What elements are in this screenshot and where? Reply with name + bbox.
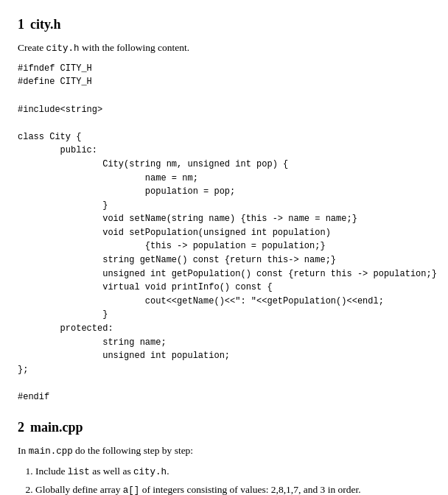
- section-1-description: Create city.h with the following content…: [18, 41, 430, 56]
- step-item-1: Include list as well as city.h.: [35, 464, 430, 480]
- section-1-code: #ifndef CITY_H #define CITY_H #include<s…: [18, 62, 430, 404]
- section-2-desc-code: main.cpp: [29, 446, 73, 457]
- section-2-heading: 2 main.cpp: [18, 418, 430, 438]
- section-1-title: city.h: [30, 15, 61, 35]
- section-2: 2 main.cpp In main.cpp do the following …: [18, 418, 430, 495]
- step-2-code-a: a[]: [123, 485, 140, 495]
- section-2-number: 2: [18, 418, 24, 438]
- section-1: 1 city.h Create city.h with the followin…: [18, 15, 430, 404]
- steps-list: Include list as well as city.h.Globally …: [35, 464, 430, 495]
- section-2-title: main.cpp: [30, 418, 83, 438]
- section-1-desc-code: city.h: [46, 43, 80, 54]
- section-1-heading: 1 city.h: [18, 15, 430, 35]
- section-1-number: 1: [18, 15, 24, 35]
- step-item-2: Globally define array a[] of integers co…: [35, 482, 430, 495]
- section-2-description: In main.cpp do the following step by ste…: [18, 443, 430, 459]
- step-1-code-b: city.h: [133, 467, 167, 477]
- step-1-code-a: list: [68, 467, 90, 477]
